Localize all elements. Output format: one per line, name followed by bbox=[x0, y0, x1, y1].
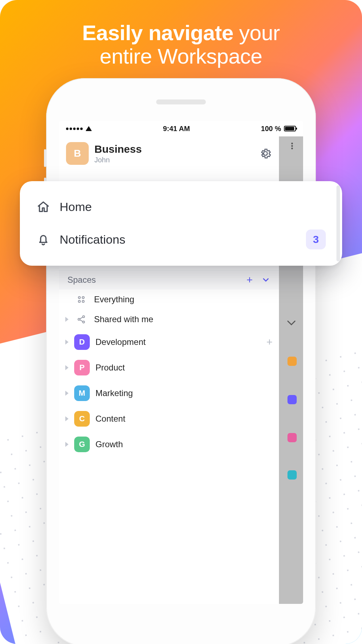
nav-item-notifications[interactable]: Notifications 3 bbox=[20, 222, 342, 257]
scrollbar[interactable] bbox=[336, 185, 340, 261]
spaces-list: Everything Shared with me DDevelopment+P… bbox=[59, 289, 279, 457]
space-item-label: Shared with me bbox=[94, 314, 273, 324]
space-item[interactable]: DDevelopment+ bbox=[59, 329, 279, 355]
peek-item bbox=[287, 470, 297, 480]
headline-rest: your bbox=[234, 21, 280, 45]
nav-item-home[interactable]: Home bbox=[20, 192, 342, 222]
nav-popover: Home Notifications 3 bbox=[20, 181, 342, 266]
svg-point-4 bbox=[82, 297, 84, 299]
peek-item bbox=[287, 395, 297, 404]
svg-point-6 bbox=[82, 301, 84, 303]
status-bar: 9:41 AM 100 % bbox=[59, 121, 303, 136]
space-item[interactable]: PProduct bbox=[59, 355, 279, 380]
bell-icon bbox=[36, 232, 50, 247]
space-avatar: G bbox=[74, 437, 90, 452]
workspace-avatar: B bbox=[66, 142, 89, 165]
gear-icon[interactable] bbox=[259, 147, 272, 160]
spaces-section-label: Spaces bbox=[67, 275, 246, 285]
space-item[interactable]: GGrowth bbox=[59, 432, 279, 457]
everything-icon bbox=[74, 295, 88, 304]
space-avatar: M bbox=[74, 385, 90, 401]
notifications-badge: 3 bbox=[306, 229, 326, 249]
space-avatar: D bbox=[74, 334, 90, 350]
wifi-icon bbox=[86, 126, 92, 131]
space-item-label: Marketing bbox=[95, 388, 273, 398]
peek-item bbox=[287, 433, 297, 442]
status-battery-percent: 100 % bbox=[261, 125, 281, 133]
more-icon bbox=[288, 142, 296, 150]
expand-triangle-icon[interactable] bbox=[65, 391, 68, 396]
add-list-button[interactable]: + bbox=[266, 336, 273, 348]
expand-triangle-icon[interactable] bbox=[65, 317, 68, 322]
phone-frame: 9:41 AM 100 % B Business John bbox=[46, 78, 316, 644]
share-icon bbox=[74, 315, 88, 324]
space-item-shared[interactable]: Shared with me bbox=[59, 309, 279, 329]
battery-icon bbox=[284, 126, 296, 131]
workspace-header[interactable]: B Business John bbox=[59, 136, 279, 171]
nav-item-label: Notifications bbox=[60, 233, 297, 247]
svg-point-3 bbox=[78, 297, 81, 299]
svg-point-7 bbox=[83, 316, 84, 318]
workspace-title: Business bbox=[94, 143, 253, 155]
marketing-headline: Easily navigate your entire Workspace bbox=[0, 0, 362, 68]
headline-bold: Easily navigate bbox=[82, 21, 234, 45]
svg-point-2 bbox=[291, 148, 293, 150]
space-avatar: C bbox=[74, 411, 90, 427]
signal-dots-icon bbox=[66, 128, 83, 130]
nav-item-label: Home bbox=[60, 200, 326, 214]
add-space-button[interactable]: + bbox=[246, 274, 253, 286]
svg-point-5 bbox=[78, 301, 81, 303]
chevron-down-icon bbox=[286, 318, 297, 328]
space-item[interactable]: MMarketing bbox=[59, 380, 279, 406]
space-item-label: Everything bbox=[94, 294, 273, 304]
expand-triangle-icon[interactable] bbox=[65, 340, 68, 345]
workspace-subtitle: John bbox=[94, 156, 253, 164]
home-icon bbox=[36, 200, 50, 214]
headline-line2: entire Workspace bbox=[0, 45, 362, 68]
space-item-label: Development bbox=[95, 337, 260, 347]
svg-point-0 bbox=[291, 143, 293, 145]
chevron-down-icon[interactable] bbox=[261, 275, 270, 285]
peek-item bbox=[287, 357, 297, 366]
space-item-label: Content bbox=[95, 414, 273, 424]
svg-point-9 bbox=[83, 321, 84, 323]
status-time: 9:41 AM bbox=[163, 125, 190, 133]
expand-triangle-icon[interactable] bbox=[65, 442, 68, 447]
space-item[interactable]: CContent bbox=[59, 406, 279, 432]
svg-point-1 bbox=[291, 145, 293, 147]
svg-point-8 bbox=[78, 318, 80, 320]
expand-triangle-icon[interactable] bbox=[65, 416, 68, 421]
space-item-label: Growth bbox=[95, 439, 273, 449]
space-avatar: P bbox=[74, 360, 90, 375]
space-item-everything[interactable]: Everything bbox=[59, 289, 279, 309]
expand-triangle-icon[interactable] bbox=[65, 365, 68, 370]
spaces-section-header[interactable]: Spaces + bbox=[59, 270, 279, 289]
space-item-label: Product bbox=[95, 363, 273, 373]
